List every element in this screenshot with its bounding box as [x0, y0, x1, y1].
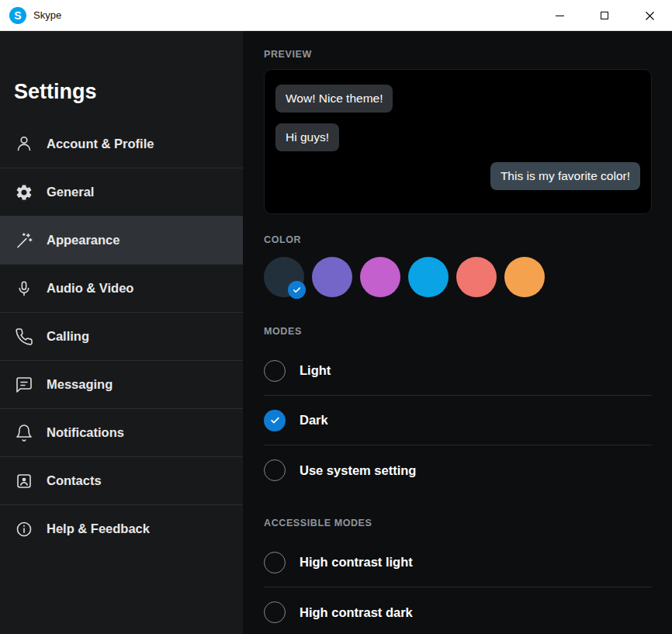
logo-letter: S: [14, 9, 21, 22]
color-swatch-magenta[interactable]: [360, 257, 400, 297]
sidebar-item-help-feedback[interactable]: Help & Feedback: [0, 504, 243, 553]
info-icon: [14, 519, 34, 539]
option-label: Use system setting: [300, 463, 416, 478]
accessible-mode-options: High contrast light High contrast dark: [264, 538, 652, 634]
sidebar-item-audio-video[interactable]: Audio & Video: [0, 264, 243, 312]
color-swatch-blue[interactable]: [408, 257, 449, 297]
radio-unchecked-icon: [264, 360, 286, 382]
bell-icon: [14, 423, 34, 443]
radio-unchecked-icon: [264, 601, 286, 623]
modes-label: MODES: [264, 326, 652, 337]
sidebar-item-messaging[interactable]: Messaging: [0, 360, 243, 408]
theme-preview: Wow! Nice theme! Hi guys! This is my fav…: [264, 69, 652, 214]
mode-option-high-contrast-light[interactable]: High contrast light: [264, 538, 652, 587]
sidebar-item-account-profile[interactable]: Account & Profile: [0, 120, 243, 168]
sidebar-item-label: Notifications: [47, 425, 124, 440]
person-icon: [14, 133, 34, 154]
minimize-icon: [556, 12, 564, 20]
color-swatch-purple[interactable]: [312, 257, 352, 297]
phone-icon: [14, 327, 34, 347]
mode-option-system[interactable]: Use system setting: [264, 445, 652, 495]
sidebar-item-label: Help & Feedback: [47, 521, 150, 536]
page-title: Settings: [0, 31, 243, 120]
option-label: Light: [300, 363, 331, 378]
radio-unchecked-icon: [264, 459, 286, 481]
sidebar-item-label: Contacts: [47, 473, 102, 488]
magic-wand-icon: [14, 230, 34, 251]
sidebar-item-label: Account & Profile: [47, 137, 154, 151]
appearance-panel: PREVIEW Wow! Nice theme! Hi guys! This i…: [243, 31, 672, 634]
color-swatches: [264, 257, 652, 297]
sidebar-item-label: Calling: [47, 329, 89, 344]
radio-unchecked-icon: [264, 552, 286, 573]
color-label: COLOR: [264, 234, 652, 245]
microphone-icon: [14, 279, 34, 299]
skype-logo-icon: S: [9, 7, 26, 24]
sidebar-item-contacts[interactable]: Contacts: [0, 456, 243, 504]
contact-card-icon: [14, 471, 34, 491]
app-title: Skype: [33, 9, 61, 21]
mode-option-light[interactable]: Light: [264, 346, 652, 396]
sidebar-item-label: General: [47, 185, 94, 199]
mode-option-high-contrast-dark[interactable]: High contrast dark: [264, 587, 652, 634]
accessible-modes-label: ACCESSIBLE MODES: [264, 518, 652, 528]
sidebar-item-label: Appearance: [47, 233, 120, 248]
sidebar-item-calling[interactable]: Calling: [0, 312, 243, 360]
chat-bubble-incoming: Wow! Nice theme!: [275, 85, 393, 113]
chat-icon: [14, 375, 34, 395]
chat-bubble-outgoing: This is my favorite color!: [490, 162, 640, 190]
sidebar-item-general[interactable]: General: [0, 168, 243, 216]
sidebar-item-label: Messaging: [47, 377, 113, 392]
option-label: High contrast dark: [300, 605, 413, 620]
option-label: Dark: [300, 413, 328, 428]
titlebar: S Skype: [0, 0, 672, 31]
close-button[interactable]: [627, 0, 672, 31]
color-swatch-orange[interactable]: [504, 257, 545, 297]
sidebar-item-label: Audio & Video: [47, 281, 133, 296]
radio-checked-icon: [264, 410, 286, 431]
maximize-button[interactable]: [582, 0, 627, 31]
maximize-icon: [601, 12, 608, 19]
option-label: High contrast light: [300, 555, 413, 570]
gear-icon: [14, 182, 34, 203]
preview-label: PREVIEW: [264, 49, 652, 60]
close-icon: [646, 12, 654, 20]
color-swatch-coral[interactable]: [456, 257, 497, 297]
selected-check-icon: [288, 281, 306, 299]
mode-option-dark[interactable]: Dark: [264, 396, 652, 445]
sidebar-item-appearance[interactable]: Appearance: [0, 216, 243, 264]
settings-menu: Account & Profile General: [0, 120, 243, 553]
window-controls: [537, 0, 672, 31]
color-swatch-default-dark[interactable]: [264, 257, 304, 297]
mode-options: Light Dark Use system setting: [264, 346, 652, 495]
sidebar-item-notifications[interactable]: Notifications: [0, 408, 243, 456]
chat-bubble-incoming: Hi guys!: [275, 123, 339, 151]
settings-sidebar: Settings Account & Profile General: [0, 31, 243, 634]
minimize-button[interactable]: [537, 0, 582, 31]
